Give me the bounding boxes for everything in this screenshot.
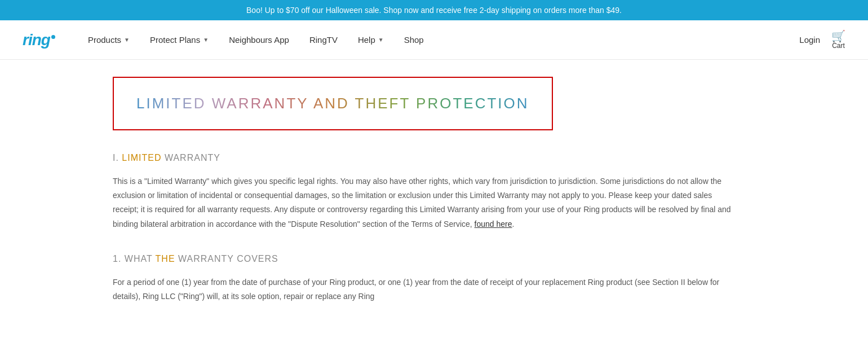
cart-label: Cart (832, 42, 845, 50)
nav-right: Login 🛒 Cart (799, 30, 845, 50)
nav-item-protect-plans[interactable]: Protect Plans ▼ (140, 20, 219, 60)
section1-body-end: . (512, 219, 515, 229)
page-title-box: LIMITED WARRANTY AND THEFT PROTECTION (113, 77, 553, 130)
ring-logo: ring (23, 31, 55, 49)
nav-item-products[interactable]: Products ▼ (78, 20, 140, 60)
cart-icon: 🛒 (831, 30, 845, 42)
login-button[interactable]: Login (799, 35, 820, 45)
section2-heading: 1. WHAT THE WARRANTY COVERS (113, 254, 755, 264)
section1-heading-prefix: I. (113, 153, 122, 163)
top-banner: Boo! Up to $70 off our Halloween sale. S… (0, 0, 868, 20)
section1-body-text: This is a "Limited Warranty" which gives… (113, 177, 731, 229)
nav-ringtv-label: RingTV (309, 35, 338, 45)
cart-button[interactable]: 🛒 Cart (831, 30, 845, 50)
section2-rest: WARRANTY COVERS (175, 254, 278, 264)
nav-item-shop[interactable]: Shop (394, 20, 434, 60)
section1-body: This is a "Limited Warranty" which gives… (113, 174, 733, 231)
logo-container[interactable]: ring (23, 31, 55, 49)
section1-heading: I. LIMITED WARRANTY (113, 153, 755, 163)
section2-body-text: For a period of one (1) year from the da… (113, 278, 719, 301)
section1-heading-highlight: LIMITED (122, 153, 161, 163)
main-content: LIMITED WARRANTY AND THEFT PROTECTION I.… (0, 60, 868, 326)
logo-dot (51, 35, 55, 39)
nav-neighbours-app-label: Neighbours App (229, 35, 289, 45)
nav-protect-plans-label: Protect Plans (150, 35, 200, 45)
section1-heading-rest: WARRANTY (161, 153, 220, 163)
nav-help-chevron: ▼ (378, 37, 384, 43)
nav-shop-label: Shop (404, 35, 424, 45)
nav-item-neighbours-app[interactable]: Neighbours App (219, 20, 299, 60)
found-here-link[interactable]: found here (475, 219, 512, 229)
navbar: ring Products ▼ Protect Plans ▼ Neighbou… (0, 20, 868, 60)
page-title: LIMITED WARRANTY AND THEFT PROTECTION (136, 95, 529, 112)
nav-item-ringtv[interactable]: RingTV (299, 20, 348, 60)
section2-number: 1. WHAT (113, 254, 156, 264)
section2-the-highlight: THE (156, 254, 175, 264)
nav-products-chevron: ▼ (124, 37, 130, 43)
banner-text: Boo! Up to $70 off our Halloween sale. S… (246, 6, 622, 15)
section2-body: For a period of one (1) year from the da… (113, 275, 733, 304)
nav-protect-plans-chevron: ▼ (203, 37, 209, 43)
nav-products-label: Products (88, 35, 121, 45)
nav-item-help[interactable]: Help ▼ (348, 20, 394, 60)
nav-help-label: Help (358, 35, 375, 45)
nav-links: Products ▼ Protect Plans ▼ Neighbours Ap… (78, 20, 799, 60)
